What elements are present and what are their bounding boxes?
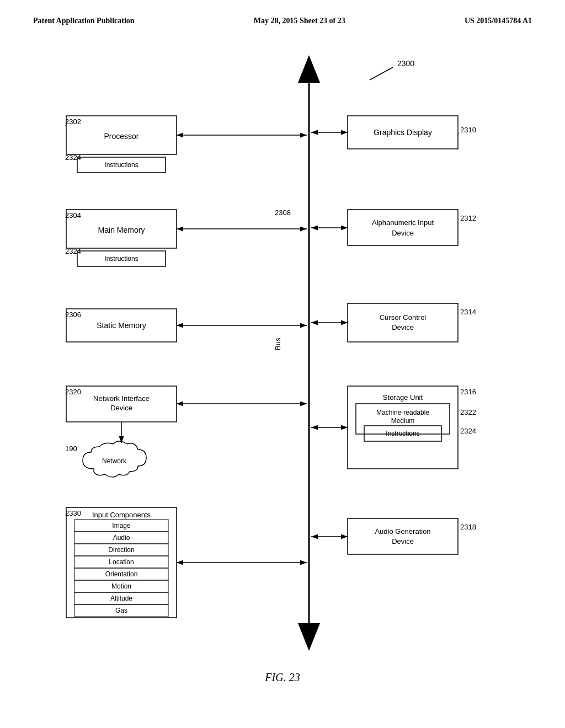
processor-instructions-label: Instructions	[104, 161, 138, 169]
header-left: Patent Application Publication	[33, 17, 135, 25]
alphanumeric-box	[348, 210, 458, 245]
ic-gas-label: Gas	[115, 607, 127, 614]
bus-label: Bus	[274, 338, 282, 350]
ic-motion-label: Motion	[111, 582, 131, 590]
ic-audio-label: Audio	[113, 534, 130, 542]
proc-instr-ref: 2324	[65, 153, 81, 162]
si-ref: 2324	[460, 427, 476, 435]
ref-2300: 2300	[397, 59, 414, 68]
bus-arrow-up	[298, 55, 320, 83]
graphics-display-label: Graphics Display	[374, 128, 432, 137]
machine-readable-label-1: Machine-readable	[376, 409, 429, 416]
ic-image-label: Image	[112, 522, 131, 529]
audio-gen-box	[348, 518, 458, 554]
main-memory-label: Main Memory	[98, 226, 145, 234]
alphanumeric-label-2: Device	[392, 229, 414, 237]
ic-direction-label: Direction	[108, 546, 134, 554]
su-ref: 2316	[460, 388, 476, 396]
cursor-control-label-2: Device	[392, 323, 414, 331]
bus-arrow-down	[298, 623, 320, 651]
header-right: US 2015/0145784 A1	[465, 17, 532, 25]
ic-location-label: Location	[109, 558, 134, 566]
cursor-control-label-1: Cursor Control	[380, 313, 427, 322]
static-memory-label: Static Memory	[97, 321, 146, 330]
storage-instructions-label: Instructions	[386, 430, 419, 437]
network-cloud: Network	[83, 441, 146, 477]
ag-ref: 2318	[460, 523, 476, 531]
alphanumeric-label-1: Alphanumeric Input	[372, 218, 434, 227]
cursor-control-box	[348, 303, 458, 342]
input-components-label: Input Components	[92, 511, 151, 519]
patent-diagram: 2300 Bus 2308 Processor Instructions 230…	[28, 44, 537, 695]
diagram-area: 2300 Bus 2308 Processor Instructions 230…	[28, 44, 537, 695]
network-interface-label-1: Network Interface	[93, 394, 150, 403]
proc-ref: 2302	[65, 117, 81, 126]
processor-label: Processor	[104, 132, 138, 141]
ni-ref: 2320	[65, 388, 81, 396]
ic-altitude-label: Altitude	[110, 595, 132, 602]
svg-text:Network: Network	[102, 457, 127, 465]
mm-instructions-label: Instructions	[104, 255, 138, 263]
ref-2300-line	[370, 67, 393, 80]
page-header: Patent Application Publication May 28, 2…	[0, 0, 565, 31]
ic-ref: 2330	[65, 509, 81, 517]
audio-gen-label-1: Audio Generation	[375, 527, 430, 536]
ai-ref: 2312	[460, 214, 476, 222]
bus-ref: 2308	[275, 208, 291, 217]
gd-ref: 2310	[460, 126, 476, 134]
mrm-ref: 2322	[460, 408, 476, 416]
machine-readable-label-2: Medium	[391, 417, 415, 425]
header-middle: May 28, 2015 Sheet 23 of 23	[254, 17, 345, 25]
fig-label: FIG. 23	[264, 671, 300, 683]
audio-gen-label-2: Device	[392, 537, 414, 545]
network-interface-label-2: Device	[110, 404, 132, 412]
mm-ref: 2304	[65, 211, 81, 220]
sm-ref: 2306	[65, 311, 81, 319]
mm-instr-ref: 2324	[65, 247, 81, 255]
cc-ref: 2314	[460, 308, 476, 316]
storage-unit-label: Storage Unit	[383, 393, 423, 402]
ic-orientation-label: Orientation	[105, 570, 138, 578]
network-ref: 190	[65, 445, 77, 453]
